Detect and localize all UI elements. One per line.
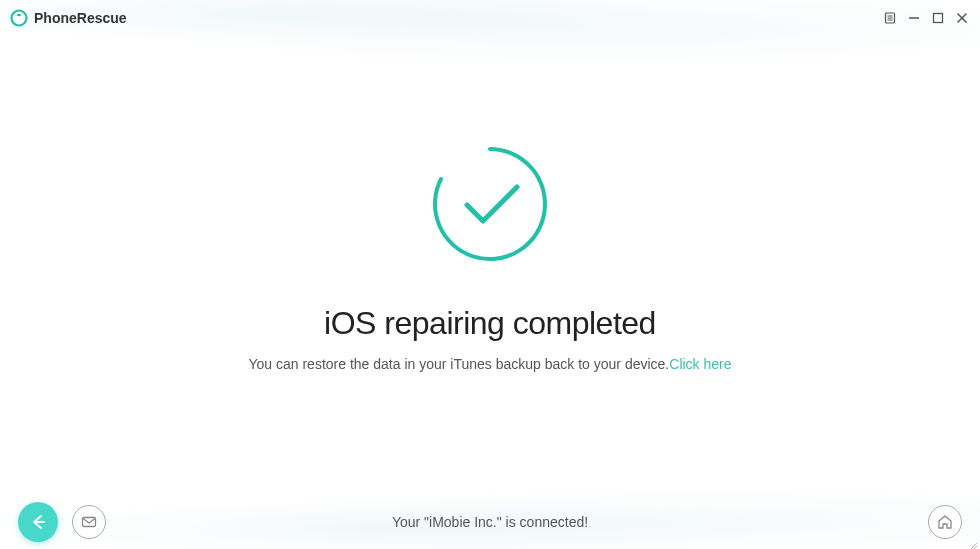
arrow-left-icon [28,512,48,532]
footer-left [18,502,106,542]
svg-point-0 [12,11,27,26]
window-controls [882,10,970,26]
svg-rect-6 [934,14,943,23]
phonerescue-logo-icon [10,9,28,27]
status-description: You can restore the data in your iTunes … [248,356,731,372]
mail-icon [80,513,98,531]
minimize-icon[interactable] [906,10,922,26]
click-here-link[interactable]: Click here [669,356,731,372]
footer-right [928,505,962,539]
status-heading: iOS repairing completed [324,305,656,342]
success-check-icon [425,139,555,269]
main-content: iOS repairing completed You can restore … [0,36,980,495]
back-button[interactable] [18,502,58,542]
connection-status: Your "iMobie Inc." is connected! [392,514,588,530]
app-title: PhoneRescue [34,10,127,26]
menu-icon[interactable] [882,10,898,26]
maximize-icon[interactable] [930,10,946,26]
home-icon [936,513,954,531]
close-icon[interactable] [954,10,970,26]
title-bar: PhoneRescue [0,0,980,36]
app-logo: PhoneRescue [10,9,127,27]
home-button[interactable] [928,505,962,539]
feedback-button[interactable] [72,505,106,539]
footer-bar: Your "iMobie Inc." is connected! [0,495,980,549]
description-text: You can restore the data in your iTunes … [248,356,669,372]
